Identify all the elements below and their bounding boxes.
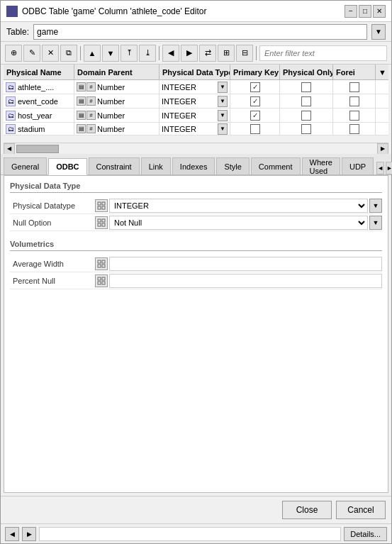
domain-icon-1a: ▤ xyxy=(77,82,86,91)
svg-rect-8 xyxy=(98,260,101,263)
null-option-arrow[interactable]: ▼ xyxy=(369,216,382,230)
cell-domain-4: ▤ # Number xyxy=(74,123,159,135)
filter-input[interactable] xyxy=(259,45,387,61)
close-button[interactable]: Close xyxy=(282,501,332,519)
percent-null-input[interactable] xyxy=(109,274,382,288)
tab-nav-prev[interactable]: ◄ xyxy=(376,162,384,174)
maximize-button[interactable]: □ xyxy=(359,5,371,18)
average-width-input[interactable] xyxy=(109,257,382,271)
domain-icon-2a: ▤ xyxy=(77,96,86,106)
cell-po-3[interactable] xyxy=(280,109,333,122)
h-scroll-thumb[interactable] xyxy=(16,145,59,153)
checkbox-fk-2[interactable] xyxy=(349,96,359,106)
null-option-icon-btn[interactable] xyxy=(95,216,108,229)
toolbar-add-button[interactable]: ⊕ xyxy=(5,45,22,62)
cell-pk-3[interactable] xyxy=(230,109,280,122)
details-button[interactable]: Details... xyxy=(344,527,387,541)
domain-icon-3b: # xyxy=(86,111,96,120)
tab-udp[interactable]: UDP xyxy=(342,157,374,174)
tab-comment[interactable]: Comment xyxy=(251,157,301,174)
cell-fk-1[interactable] xyxy=(333,80,376,94)
cell-datatype-2[interactable]: INTEGER ▼ xyxy=(159,94,230,108)
datatype-arrow-4[interactable]: ▼ xyxy=(218,123,228,135)
bottom-nav-prev[interactable]: ◀ xyxy=(5,527,19,541)
toolbar-left-button[interactable]: ◀ xyxy=(162,45,179,62)
physical-datatype-select[interactable]: INTEGER VARCHAR FLOAT CHAR xyxy=(109,199,368,213)
h-scroll-right[interactable]: ▶ xyxy=(377,143,388,155)
label-percent-null: Percent Null xyxy=(10,277,95,285)
cell-datatype-3[interactable]: INTEGER ▼ xyxy=(159,109,230,122)
close-window-button[interactable]: ✕ xyxy=(373,5,386,18)
form-row-percent-null: Percent Null xyxy=(10,272,382,289)
tab-where-used[interactable]: Where Used xyxy=(302,157,340,174)
table-row[interactable]: 🗂 stadium ▤ # Number INTEGER ▼ xyxy=(4,123,388,135)
table-row[interactable]: 🗂 athlete_.... ▤ # Number INTEGER xyxy=(4,80,388,94)
toolbar: ⊕ ✎ ✕ ⧉ ▲ ▼ ⤒ ⤓ ◀ ▶ ⇄ ⊞ ⊟ xyxy=(1,42,391,65)
cell-pk-2[interactable] xyxy=(230,94,280,108)
tab-general[interactable]: General xyxy=(4,157,47,174)
toolbar-copy-button[interactable]: ⧉ xyxy=(60,45,77,62)
checkbox-pk-2[interactable] xyxy=(250,96,260,106)
toolbar-delete-button[interactable]: ✕ xyxy=(42,45,59,62)
percent-null-icon-btn[interactable] xyxy=(95,274,108,287)
checkbox-po-3[interactable] xyxy=(301,111,311,121)
checkbox-pk-1[interactable] xyxy=(250,82,260,92)
datatype-arrow-1[interactable]: ▼ xyxy=(218,82,228,93)
tab-constraint[interactable]: Constraint xyxy=(89,157,140,174)
average-width-icon-btn[interactable] xyxy=(95,257,108,270)
cell-po-4[interactable] xyxy=(280,123,333,135)
toolbar-up-button[interactable]: ▲ xyxy=(84,45,101,62)
checkbox-fk-3[interactable] xyxy=(349,111,359,121)
datatype-arrow-2[interactable]: ▼ xyxy=(218,96,228,107)
toolbar-down-button[interactable]: ▼ xyxy=(102,45,119,62)
cell-po-1[interactable] xyxy=(280,80,333,94)
minimize-button[interactable]: − xyxy=(345,5,357,18)
tabs-bar: General ODBC Constraint Link Indexes Sty… xyxy=(1,154,391,175)
checkbox-fk-1[interactable] xyxy=(349,82,359,92)
datatype-arrow-3[interactable]: ▼ xyxy=(218,110,228,121)
cell-pk-4[interactable] xyxy=(230,123,280,135)
toolbar-edit-button[interactable]: ✎ xyxy=(23,45,40,62)
toolbar-right-button[interactable]: ▶ xyxy=(181,45,198,62)
toolbar-bottom-button[interactable]: ⤓ xyxy=(139,45,156,62)
checkbox-po-4[interactable] xyxy=(301,124,311,134)
checkbox-pk-4[interactable] xyxy=(250,124,260,134)
tab-link[interactable]: Link xyxy=(141,157,171,174)
tab-nav-next[interactable]: ► xyxy=(386,162,392,174)
tab-indexes[interactable]: Indexes xyxy=(172,157,215,174)
cell-fk-4[interactable] xyxy=(333,123,376,135)
tab-style[interactable]: Style xyxy=(216,157,249,174)
table-name-input[interactable] xyxy=(33,24,367,40)
checkbox-po-1[interactable] xyxy=(301,82,311,92)
svg-rect-4 xyxy=(98,219,101,222)
h-scroll-track[interactable] xyxy=(15,143,377,154)
h-scroll-left[interactable]: ◀ xyxy=(4,143,15,155)
table-dropdown-button[interactable]: ▼ xyxy=(371,24,386,40)
main-window: ODBC Table 'game' Column 'athlete_code' … xyxy=(0,0,392,544)
horizontal-scrollbar[interactable]: ◀ ▶ xyxy=(4,143,388,154)
cancel-button[interactable]: Cancel xyxy=(336,501,386,519)
cell-datatype-4[interactable]: INTEGER ▼ xyxy=(159,123,230,135)
checkbox-po-2[interactable] xyxy=(301,96,311,106)
table-row[interactable]: 🗂 event_code ▤ # Number INTEGER xyxy=(4,94,388,109)
table-row-header: Table: ▼ xyxy=(1,22,391,42)
cell-domain-1: ▤ # Number xyxy=(74,80,159,94)
cell-fk-2[interactable] xyxy=(333,94,376,108)
physical-datatype-icon-btn[interactable] xyxy=(95,199,108,212)
toolbar-top-button[interactable]: ⤒ xyxy=(121,45,138,62)
physical-datatype-arrow[interactable]: ▼ xyxy=(369,199,382,213)
cell-po-2[interactable] xyxy=(280,94,333,108)
bottom-nav-next[interactable]: ▶ xyxy=(22,527,36,541)
toolbar-swap-button[interactable]: ⇄ xyxy=(199,45,216,62)
cell-datatype-1[interactable]: INTEGER ▼ xyxy=(159,80,230,94)
cell-fk-3[interactable] xyxy=(333,109,376,122)
checkbox-fk-4[interactable] xyxy=(349,124,359,134)
cell-pk-1[interactable] xyxy=(230,80,280,94)
null-option-select[interactable]: Not Null Null xyxy=(109,216,368,230)
status-input[interactable] xyxy=(39,527,341,541)
tab-odbc[interactable]: ODBC xyxy=(48,158,86,175)
table-row[interactable]: 🗂 host_year ▤ # Number INTEGER xyxy=(4,109,388,123)
toolbar-collapse-button[interactable]: ⊟ xyxy=(236,45,253,62)
toolbar-expand-button[interactable]: ⊞ xyxy=(218,45,235,62)
checkbox-pk-3[interactable] xyxy=(250,111,260,121)
